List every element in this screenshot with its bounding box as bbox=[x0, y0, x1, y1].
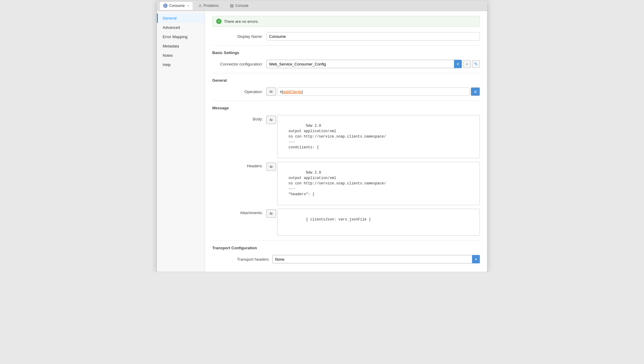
transport-section-title: Transport Configuration bbox=[212, 246, 480, 251]
transport-headers-select-wrapper: None ▼ bbox=[272, 255, 480, 263]
connector-config-select-wrapper: Web_Service_Consumer_Config ▼ bbox=[266, 60, 462, 68]
operation-fx-button[interactable]: fx bbox=[266, 87, 276, 96]
attachments-label: Attachments: bbox=[212, 209, 266, 215]
sidebar-item-notes[interactable]: Notes bbox=[157, 51, 205, 60]
headers-code: %dw 2.0 output application/xml ns con ht… bbox=[280, 171, 386, 196]
display-name-label: Display Name: bbox=[212, 34, 266, 39]
transport-headers-row: Transport headers None ▼ bbox=[212, 255, 480, 263]
headers-row: Headers: fx %dw 2.0 output application/x… bbox=[212, 162, 480, 205]
operation-row: Operation: fx #[ addClients ] ⊞ bbox=[212, 87, 480, 96]
transport-headers-label: Transport headers bbox=[212, 257, 272, 262]
connector-config-label: Connector configuration: bbox=[212, 62, 266, 66]
general-section-title: General bbox=[212, 78, 480, 84]
tab-console[interactable]: ▤ Console bbox=[227, 2, 251, 9]
body-fx-button[interactable]: fx bbox=[266, 116, 276, 124]
edit-config-button[interactable]: ✎ bbox=[472, 60, 480, 68]
headers-editor[interactable]: %dw 2.0 output application/xml ns con ht… bbox=[277, 162, 480, 205]
tab-problems-label: Problems bbox=[204, 4, 219, 8]
message-section-title: Message bbox=[212, 106, 480, 111]
divider-3 bbox=[212, 101, 480, 101]
status-bar: ✓ There are no errors. bbox=[212, 16, 480, 27]
display-name-row: Display Name: bbox=[212, 32, 480, 41]
attachments-fx-label: fx bbox=[270, 212, 273, 215]
fx-label: fx bbox=[270, 90, 273, 93]
divider-1 bbox=[212, 45, 480, 46]
body-editor[interactable]: %dw 2.0 output application/xml ns con ht… bbox=[277, 115, 480, 158]
sidebar-item-error-mapping[interactable]: Error Mapping bbox=[157, 32, 205, 41]
expression-map-button[interactable]: ⊞ bbox=[471, 87, 480, 96]
attachments-editor[interactable]: { clientsJson: vars.jsonFile } bbox=[277, 209, 480, 236]
body-code: %dw 2.0 output application/xml ns con ht… bbox=[280, 124, 386, 150]
body-label: Body: bbox=[212, 115, 266, 121]
display-name-input[interactable] bbox=[266, 32, 480, 41]
tab-console-label: Console bbox=[235, 4, 248, 8]
content-area: ✓ There are no errors. Display Name: Bas… bbox=[205, 11, 487, 272]
headers-label: Headers: bbox=[212, 162, 266, 168]
sidebar-item-advanced[interactable]: Advanced bbox=[157, 23, 205, 32]
consume-tab-icon: C bbox=[163, 4, 167, 8]
tab-consume-label: Consume bbox=[169, 4, 185, 8]
status-icon: ✓ bbox=[216, 19, 222, 24]
attachments-code: { clientsJson: vars.jsonFile } bbox=[306, 217, 371, 222]
add-config-button[interactable]: + bbox=[463, 60, 471, 68]
expression-map-icon: ⊞ bbox=[474, 90, 477, 93]
headers-fx-button[interactable]: fx bbox=[266, 162, 276, 171]
sidebar-item-general[interactable]: General bbox=[157, 14, 205, 23]
attachments-fx-button[interactable]: fx bbox=[266, 209, 276, 218]
operation-label: Operation: bbox=[212, 89, 266, 94]
divider-4 bbox=[212, 241, 480, 241]
connector-config-row: Connector configuration: Web_Service_Con… bbox=[212, 60, 480, 68]
body-row: Body: fx %dw 2.0 output application/xml … bbox=[212, 115, 480, 158]
console-icon: ▤ bbox=[230, 3, 234, 8]
basic-settings-title: Basic Settings bbox=[212, 50, 480, 56]
sidebar: General Advanced Error Mapping Metadata … bbox=[157, 11, 205, 272]
edit-config-icon: ✎ bbox=[474, 62, 478, 66]
operation-value[interactable]: addClients bbox=[283, 89, 302, 94]
tab-consume-close[interactable]: × bbox=[187, 4, 189, 8]
transport-headers-select[interactable]: None bbox=[272, 255, 480, 263]
divider-2 bbox=[212, 73, 480, 73]
tab-consume[interactable]: C Consume × bbox=[159, 2, 193, 10]
sidebar-item-metadata[interactable]: Metadata bbox=[157, 41, 205, 51]
operation-field[interactable]: #[ addClients ] bbox=[277, 87, 470, 96]
sidebar-item-help[interactable]: Help bbox=[157, 60, 205, 69]
body-fx-label: fx bbox=[270, 118, 273, 122]
connector-config-select[interactable]: Web_Service_Consumer_Config bbox=[266, 60, 462, 68]
problems-icon: ⚠ bbox=[198, 3, 202, 8]
headers-fx-label: fx bbox=[270, 165, 273, 168]
status-text: There are no errors. bbox=[224, 19, 259, 24]
tab-problems[interactable]: ⚠ Problems bbox=[195, 2, 222, 9]
add-config-icon: + bbox=[466, 62, 468, 66]
tab-bar: C Consume × ⚠ Problems ▤ Console bbox=[157, 0, 487, 11]
attachments-row: Attachments: fx { clientsJson: vars.json… bbox=[212, 209, 480, 236]
